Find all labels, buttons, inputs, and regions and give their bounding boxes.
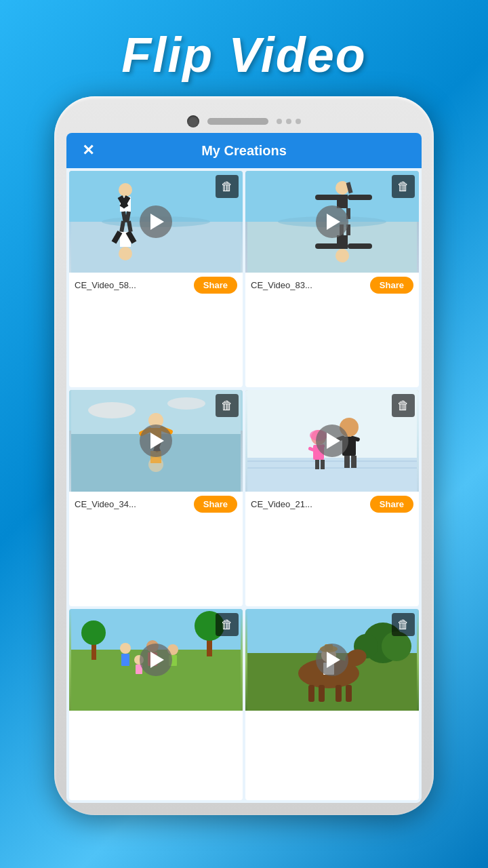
- delete-button[interactable]: 🗑: [392, 175, 415, 198]
- video-card: 🗑: [245, 609, 419, 800]
- video-thumbnail[interactable]: 🗑: [69, 171, 243, 273]
- svg-rect-82: [336, 685, 342, 702]
- phone-dot-3: [296, 119, 301, 124]
- svg-rect-43: [247, 458, 417, 492]
- trash-icon: 🗑: [397, 618, 409, 632]
- play-button[interactable]: [140, 644, 172, 676]
- video-card: 🗑: [69, 609, 243, 800]
- delete-button[interactable]: 🗑: [216, 175, 239, 198]
- play-button[interactable]: [316, 205, 348, 238]
- card-footer: CE_Video_83... Share: [245, 273, 419, 298]
- play-icon: [327, 433, 340, 449]
- svg-rect-51: [351, 456, 357, 468]
- play-icon: [150, 214, 164, 230]
- svg-rect-57: [321, 460, 325, 469]
- play-icon: [327, 652, 340, 668]
- svg-rect-50: [344, 456, 350, 468]
- phone-screen: ✕ My Creations: [66, 133, 422, 803]
- svg-point-65: [120, 643, 131, 654]
- play-icon: [150, 433, 164, 449]
- svg-rect-66: [121, 654, 129, 666]
- delete-button[interactable]: 🗑: [216, 613, 239, 636]
- phone-shell: ✕ My Creations: [54, 96, 434, 815]
- svg-point-32: [88, 402, 136, 418]
- video-card: 🗑 CE_Video_34... Share: [69, 390, 243, 606]
- svg-point-64: [81, 620, 106, 645]
- video-thumbnail[interactable]: 🗑: [69, 390, 243, 492]
- phone-dot-2: [286, 119, 291, 124]
- video-card: 🗑 CE_Video_58... Share: [69, 171, 243, 387]
- delete-button[interactable]: 🗑: [392, 613, 415, 636]
- play-button[interactable]: [316, 425, 348, 457]
- svg-rect-81: [319, 685, 325, 702]
- video-thumbnail[interactable]: 🗑: [69, 609, 243, 711]
- app-header: ✕ My Creations: [66, 133, 422, 168]
- video-name: CE_Video_58...: [75, 280, 190, 290]
- svg-point-3: [119, 183, 132, 197]
- trash-icon: 🗑: [221, 618, 233, 632]
- svg-rect-27: [348, 243, 372, 249]
- svg-rect-20: [315, 195, 340, 200]
- share-button[interactable]: Share: [194, 277, 237, 294]
- video-grid: 🗑 CE_Video_58... Share: [66, 168, 422, 803]
- phone-camera: [187, 115, 199, 127]
- svg-rect-21: [348, 195, 372, 200]
- share-button[interactable]: Share: [370, 496, 413, 513]
- close-button[interactable]: ✕: [77, 140, 99, 161]
- video-name: CE_Video_83...: [251, 280, 366, 290]
- svg-rect-56: [315, 460, 319, 469]
- card-footer: CE_Video_21... Share: [245, 492, 419, 517]
- phone-speaker: [207, 118, 268, 125]
- video-card: 🗑 CE_Video_21... Share: [245, 390, 419, 606]
- trash-icon: 🗑: [397, 399, 409, 413]
- app-title: Flip Video: [121, 27, 366, 83]
- video-thumbnail[interactable]: 🗑: [245, 390, 419, 492]
- header-title: My Creations: [99, 143, 389, 159]
- video-thumbnail[interactable]: 🗑: [245, 609, 419, 711]
- share-button[interactable]: Share: [194, 496, 237, 513]
- svg-rect-80: [308, 685, 314, 702]
- trash-icon: 🗑: [397, 180, 409, 194]
- play-button[interactable]: [140, 425, 172, 457]
- share-button[interactable]: Share: [370, 277, 413, 294]
- video-name: CE_Video_21...: [251, 499, 366, 509]
- svg-point-9: [119, 247, 132, 260]
- play-icon: [150, 652, 164, 668]
- svg-rect-83: [346, 685, 352, 702]
- svg-point-24: [336, 249, 349, 262]
- svg-rect-26: [315, 243, 340, 249]
- delete-button[interactable]: 🗑: [392, 394, 415, 417]
- video-thumbnail[interactable]: 🗑: [245, 171, 419, 273]
- delete-button[interactable]: 🗑: [216, 394, 239, 417]
- card-footer: CE_Video_34... Share: [69, 492, 243, 517]
- svg-point-33: [167, 397, 205, 410]
- play-button[interactable]: [140, 205, 172, 238]
- phone-top-bar: [66, 108, 422, 133]
- trash-icon: 🗑: [221, 180, 233, 194]
- phone-dot-1: [277, 119, 282, 124]
- trash-icon: 🗑: [221, 399, 233, 413]
- card-footer: CE_Video_58... Share: [69, 273, 243, 298]
- play-icon: [327, 214, 340, 230]
- video-name: CE_Video_34...: [75, 499, 190, 509]
- play-button[interactable]: [316, 644, 348, 676]
- phone-dots: [277, 119, 301, 124]
- video-card: 🗑 CE_Video_83... Share: [245, 171, 419, 387]
